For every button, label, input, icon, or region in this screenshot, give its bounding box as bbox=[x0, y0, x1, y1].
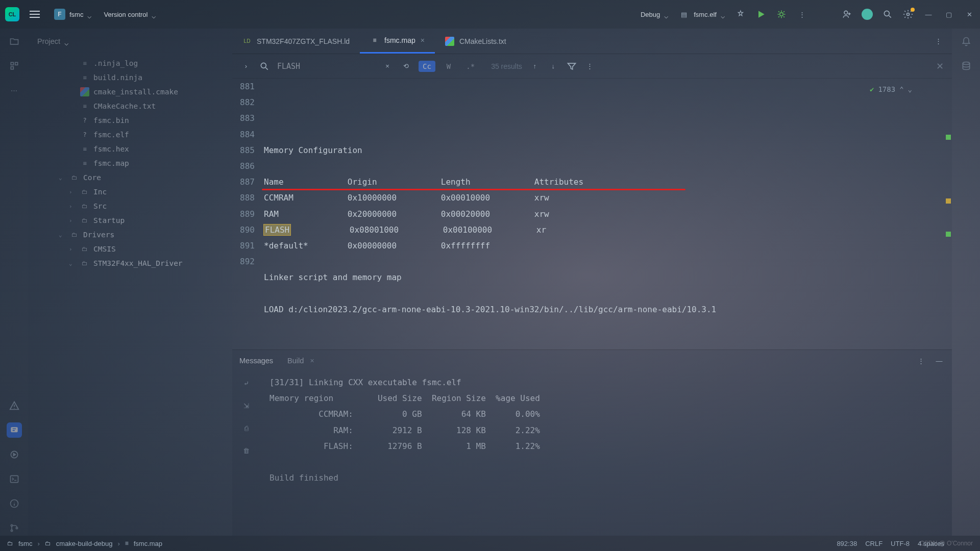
svg-point-3 bbox=[907, 13, 910, 16]
build-tab[interactable]: Build × bbox=[287, 357, 314, 365]
marker-green[interactable] bbox=[946, 232, 951, 237]
database-icon[interactable] bbox=[959, 58, 974, 73]
statusbar: 🗀fsmc›🗀cmake-build-debug›≡fsmc.map 892:3… bbox=[0, 536, 980, 551]
run-target-selector[interactable]: ▤ fsmc.elf bbox=[678, 9, 726, 20]
structure-tool-icon[interactable] bbox=[7, 58, 22, 73]
inspection-badge[interactable]: ✔ 1783 ⌃ ⌄ bbox=[870, 83, 912, 96]
regex-toggle[interactable]: .* bbox=[462, 61, 479, 72]
chevron-down-icon[interactable]: ⌄ bbox=[908, 83, 912, 96]
filter-icon[interactable] bbox=[566, 61, 577, 72]
file-item[interactable]: ≡fsmc.hex bbox=[28, 142, 232, 156]
more-actions-icon[interactable]: ⋮ bbox=[796, 9, 807, 20]
project-selector[interactable]: F fsmc bbox=[50, 7, 96, 22]
editor-body[interactable]: 881882883884885886887888889890891892 ✔ 1… bbox=[232, 79, 952, 349]
debug-button[interactable] bbox=[776, 9, 787, 20]
line-separator[interactable]: CRLF bbox=[865, 540, 883, 547]
file-item[interactable]: cmake_install.cmake bbox=[28, 85, 232, 99]
search-input[interactable] bbox=[277, 62, 375, 71]
bottom-panel-tabs: Messages Build × ⋮ — bbox=[232, 350, 952, 371]
prev-match-icon[interactable]: ↑ bbox=[529, 61, 541, 72]
file-item[interactable]: ≡fsmc.map bbox=[28, 156, 232, 170]
services-tool-icon[interactable] bbox=[7, 447, 22, 462]
terminal-tool-icon[interactable] bbox=[7, 471, 22, 487]
watermark-text: CSDN @ O'Connor bbox=[920, 540, 973, 547]
run-button[interactable] bbox=[755, 9, 767, 20]
app-icon[interactable] bbox=[5, 7, 19, 21]
file-item[interactable]: ≡CMakeCache.txt bbox=[28, 99, 232, 113]
svg-point-15 bbox=[963, 62, 969, 65]
project-icon: F bbox=[54, 9, 65, 20]
close-tab-icon[interactable]: × bbox=[310, 357, 314, 365]
panel-options-icon[interactable]: ⋮ bbox=[915, 355, 926, 366]
build-output[interactable]: [31/31] Linking CXX executable fsmc.elf … bbox=[260, 371, 952, 536]
folder-item[interactable]: ⌄🗀Drivers bbox=[28, 228, 232, 242]
avatar-icon[interactable] bbox=[862, 9, 873, 20]
search-results-count: 35 results bbox=[491, 62, 522, 70]
more-search-icon[interactable]: ⋮ bbox=[584, 61, 596, 72]
problems-tool-icon[interactable] bbox=[7, 398, 22, 413]
svg-point-1 bbox=[844, 11, 848, 14]
folder-item[interactable]: ›🗀Startup bbox=[28, 213, 232, 228]
project-tree[interactable]: ≡.ninja_log≡build.ninjacmake_install.cma… bbox=[28, 54, 232, 536]
project-panel-title: Project bbox=[37, 37, 60, 45]
next-match-icon[interactable]: ↓ bbox=[548, 61, 559, 72]
maximize-button[interactable]: ▢ bbox=[943, 9, 954, 20]
whole-word-toggle[interactable]: W bbox=[443, 61, 455, 72]
line-gutter: 881882883884885886887888889890891892 bbox=[232, 79, 262, 349]
caret-position[interactable]: 892:38 bbox=[837, 540, 857, 547]
editor-tab[interactable]: ≡fsmc.map× bbox=[360, 29, 435, 54]
close-find-icon[interactable]: ✕ bbox=[936, 61, 944, 72]
project-name: fsmc bbox=[69, 11, 83, 18]
print-icon[interactable]: ⎙ bbox=[239, 420, 254, 436]
minimize-button[interactable]: — bbox=[923, 9, 934, 20]
breadcrumb[interactable]: 🗀fsmc›🗀cmake-build-debug›≡fsmc.map bbox=[7, 540, 162, 547]
notifications-icon[interactable] bbox=[959, 34, 974, 49]
file-item[interactable]: ?fsmc.elf bbox=[28, 128, 232, 142]
scroll-end-icon[interactable]: ⇲ bbox=[239, 398, 254, 413]
more-tools-icon[interactable]: ⋯ bbox=[7, 83, 22, 98]
marker-green[interactable] bbox=[946, 135, 951, 140]
project-tool-icon[interactable] bbox=[7, 34, 22, 49]
svg-rect-6 bbox=[11, 67, 13, 69]
folder-item[interactable]: ›🗀CMSIS bbox=[28, 242, 232, 256]
folder-item[interactable]: ⌄🗀STM32F4xx_HAL_Driver bbox=[28, 256, 232, 270]
info-tool-icon[interactable] bbox=[7, 496, 22, 511]
build-button[interactable] bbox=[735, 9, 746, 20]
code-with-me-icon[interactable] bbox=[841, 9, 852, 20]
vcs-tool-icon[interactable] bbox=[7, 520, 22, 536]
close-button[interactable]: ✕ bbox=[964, 9, 975, 20]
hide-panel-icon[interactable]: — bbox=[934, 355, 945, 366]
close-tab-icon[interactable]: × bbox=[421, 36, 425, 44]
folder-item[interactable]: ›🗀Inc bbox=[28, 185, 232, 199]
match-case-toggle[interactable]: Cc bbox=[419, 61, 435, 72]
clear-search-icon[interactable]: × bbox=[382, 61, 393, 72]
chevron-up-icon[interactable]: ⌃ bbox=[899, 83, 903, 96]
debug-config-selector[interactable]: Debug bbox=[641, 11, 669, 18]
tab-options-icon[interactable]: ⋮ bbox=[933, 36, 944, 47]
file-encoding[interactable]: UTF-8 bbox=[891, 540, 910, 547]
marker-yellow[interactable] bbox=[946, 198, 951, 204]
clear-icon[interactable]: 🗑 bbox=[239, 443, 254, 458]
editor-tab[interactable]: LDSTM32F407ZGTX_FLASH.ld bbox=[232, 29, 360, 54]
marker-strip[interactable] bbox=[943, 79, 952, 349]
folder-item[interactable]: ›🗀Src bbox=[28, 199, 232, 213]
expand-find-icon[interactable]: › bbox=[240, 61, 252, 72]
file-item[interactable]: ?fsmc.bin bbox=[28, 113, 232, 128]
wrap-icon[interactable]: ⟲ bbox=[400, 61, 411, 72]
hamburger-menu[interactable] bbox=[27, 8, 43, 21]
soft-wrap-icon[interactable]: ⤶ bbox=[239, 375, 254, 391]
chevron-down-icon bbox=[64, 39, 69, 44]
editor-tab[interactable]: CMakeLists.txt bbox=[435, 29, 517, 54]
bottom-panel: Messages Build × ⋮ — ⤶ ⇲ ⎙ 🗑 [31/31] Lin… bbox=[232, 349, 952, 536]
search-everywhere-icon[interactable] bbox=[882, 9, 893, 20]
settings-icon[interactable] bbox=[902, 9, 914, 20]
code-content[interactable]: ✔ 1783 ⌃ ⌄ Memory Configuration Name Ori… bbox=[262, 79, 943, 349]
file-item[interactable]: ≡.ninja_log bbox=[28, 56, 232, 70]
folder-item[interactable]: ⌄🗀Core bbox=[28, 170, 232, 185]
svg-point-12 bbox=[11, 530, 12, 531]
file-item[interactable]: ≡build.ninja bbox=[28, 70, 232, 85]
version-control-menu[interactable]: Version control bbox=[104, 11, 157, 18]
project-panel-header[interactable]: Project bbox=[28, 29, 232, 54]
messages-tool-icon[interactable] bbox=[7, 422, 22, 438]
messages-tab[interactable]: Messages bbox=[239, 357, 273, 365]
